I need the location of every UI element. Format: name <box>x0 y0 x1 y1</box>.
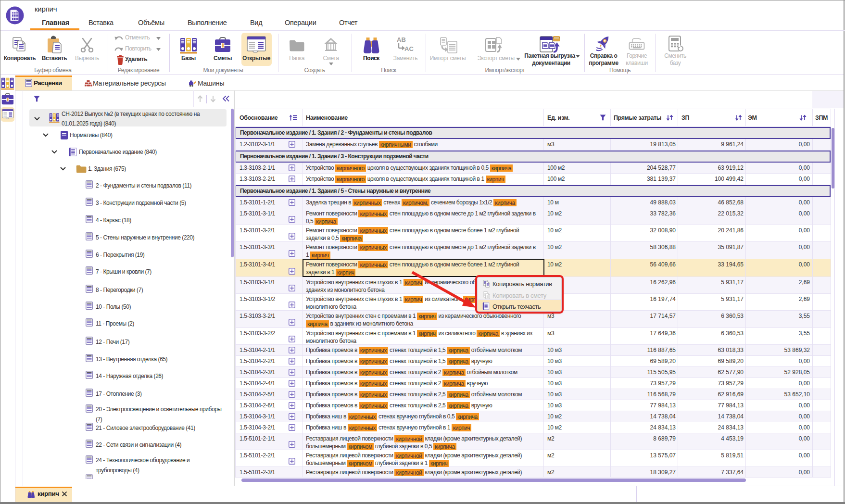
svg-text:AB: AB <box>397 37 406 43</box>
svg-text:AC: AC <box>404 45 414 52</box>
